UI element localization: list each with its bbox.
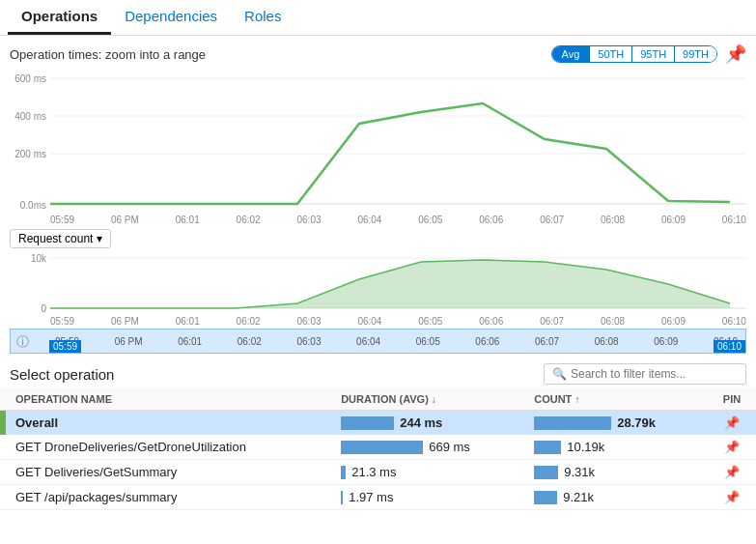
duration-value: 1.97 ms	[349, 490, 393, 504]
duration-bar	[341, 441, 423, 454]
duration-bar	[341, 416, 394, 430]
row-name: Overall	[6, 411, 331, 436]
count-sort-icon: ↑	[574, 394, 579, 405]
range-selector[interactable]: ⓘ 05:59 06 PM 06:01 06:02 06:03 06:04 06…	[10, 329, 746, 354]
range-end-badge: 06:10	[714, 340, 745, 353]
row-count: 9.31k	[524, 460, 708, 485]
duration-sort-icon: ↓	[432, 394, 436, 405]
range-xl-3: 06:02	[238, 336, 262, 347]
avg-button[interactable]: Avg	[552, 46, 590, 62]
range-xl-6: 06:05	[416, 336, 440, 347]
p99-button[interactable]: 99TH	[674, 46, 716, 62]
row-duration: 1.97 ms	[331, 485, 524, 510]
svg-text:0.0ms: 0.0ms	[20, 200, 46, 211]
row-count: 10.19k	[524, 435, 708, 460]
p50-button[interactable]: 50TH	[589, 46, 631, 62]
count-value: 10.19k	[567, 440, 604, 454]
table-row[interactable]: Overall 244 ms 28.79k 📌	[0, 411, 756, 436]
row-duration: 669 ms	[331, 435, 524, 460]
rx-0: 05:59	[50, 316, 74, 327]
col-duration[interactable]: DURATION (AVG) ↓	[331, 388, 524, 411]
table-row[interactable]: GET DroneDeliveries/GetDroneUtilization …	[0, 435, 756, 460]
table-header-row: OPERATION NAME DURATION (AVG) ↓ COUNT ↑ …	[0, 388, 756, 411]
row-pin[interactable]: 📌	[708, 411, 756, 436]
request-count-chart: 10k 0	[10, 250, 746, 316]
tab-operations[interactable]: Operations	[8, 0, 111, 35]
svg-text:200 ms: 200 ms	[14, 149, 46, 159]
count-bar	[534, 491, 557, 504]
count-value: 9.21k	[563, 490, 594, 504]
rx-9: 06:08	[601, 316, 625, 327]
tab-dependencies[interactable]: Dependencies	[111, 0, 231, 35]
range-xl-2: 06:01	[178, 336, 202, 347]
rx-8: 06:07	[540, 316, 564, 327]
duration-value: 244 ms	[400, 415, 442, 430]
count-bar	[534, 466, 558, 479]
row-duration: 21.3 ms	[331, 460, 524, 485]
search-icon: 🔍	[552, 367, 567, 381]
range-x-labels: 05:59 06 PM 06:01 06:02 06:03 06:04 06:0…	[11, 336, 745, 347]
range-xl-9: 06:08	[595, 336, 619, 347]
pin-icon[interactable]: 📌	[725, 43, 746, 65]
duration-value: 669 ms	[429, 440, 470, 454]
tab-roles[interactable]: Roles	[231, 0, 294, 35]
duration-bar	[341, 466, 346, 479]
svg-text:600 ms: 600 ms	[14, 73, 46, 84]
svg-text:10k: 10k	[31, 253, 47, 264]
row-pin[interactable]: 📌	[708, 485, 756, 510]
row-pin[interactable]: 📌	[708, 435, 756, 460]
duration-bar	[341, 491, 343, 504]
percentile-buttons: Avg 50TH 95TH 99TH	[551, 45, 717, 63]
request-count-section: Request count ▾ 10k 0	[0, 225, 756, 316]
duration-label: DURATION (AVG)	[341, 393, 429, 405]
count-bar	[534, 441, 561, 454]
p95-button[interactable]: 95TH	[631, 46, 674, 62]
range-xl-1: 06 PM	[115, 336, 143, 347]
range-xl-5: 06:04	[356, 336, 380, 347]
rx-7: 06:06	[479, 316, 503, 327]
table-row[interactable]: GET /api/packages/summary 1.97 ms 9.21k …	[0, 485, 756, 510]
range-xl-10: 06:09	[654, 336, 678, 347]
count-bar	[534, 416, 611, 430]
rx-6: 06:05	[418, 316, 442, 327]
search-box[interactable]: 🔍	[544, 363, 746, 385]
chevron-down-icon: ▾	[97, 232, 102, 245]
row-name: GET /api/packages/summary	[6, 485, 331, 510]
search-input[interactable]	[571, 367, 738, 381]
col-count[interactable]: COUNT ↑	[524, 388, 708, 411]
range-xl-4: 06:03	[296, 336, 321, 347]
rx-1: 06 PM	[111, 316, 139, 327]
request-count-area	[50, 260, 730, 308]
table-row[interactable]: GET Deliveries/GetSummary 21.3 ms 9.31k …	[0, 460, 756, 485]
count-value: 9.31k	[564, 465, 595, 479]
rx-2: 06:01	[176, 316, 200, 327]
chart-title: Operation times: zoom into a range	[10, 47, 206, 62]
col-pin: PIN	[708, 388, 756, 411]
tabs-container: Operations Dependencies Roles	[0, 0, 756, 36]
rx-10: 06:09	[661, 316, 686, 327]
range-xl-8: 06:07	[535, 336, 559, 347]
row-duration: 244 ms	[331, 411, 524, 436]
svg-text:0: 0	[41, 303, 46, 314]
request-count-dropdown[interactable]: Request count ▾	[10, 229, 111, 248]
request-count-svg: 10k 0	[10, 250, 746, 316]
row-pin[interactable]: 📌	[708, 460, 756, 485]
select-operation-header: Select operation 🔍	[0, 354, 756, 388]
operations-table: OPERATION NAME DURATION (AVG) ↓ COUNT ↑ …	[0, 388, 756, 510]
rx-4: 06:03	[297, 316, 322, 327]
row-count: 9.21k	[524, 485, 708, 510]
rx-5: 06:04	[357, 316, 381, 327]
row-count: 28.79k	[524, 411, 708, 436]
row-name: GET DroneDeliveries/GetDroneUtilization	[6, 435, 331, 460]
range-start-badge: 05:59	[49, 340, 81, 353]
select-operation-title: Select operation	[10, 366, 114, 383]
svg-text:400 ms: 400 ms	[14, 111, 46, 122]
chart-header: Operation times: zoom into a range Avg 5…	[0, 36, 756, 69]
duration-value: 21.3 ms	[351, 465, 396, 479]
main-chart: 600 ms 400 ms 200 ms 0.0ms	[0, 69, 756, 218]
col-operation-name: OPERATION NAME	[6, 388, 331, 411]
range-xl-7: 06:06	[475, 336, 499, 347]
main-chart-svg: 600 ms 400 ms 200 ms 0.0ms	[10, 69, 746, 218]
rx-11: 06:10	[722, 316, 746, 327]
rx-3: 06:02	[237, 316, 261, 327]
